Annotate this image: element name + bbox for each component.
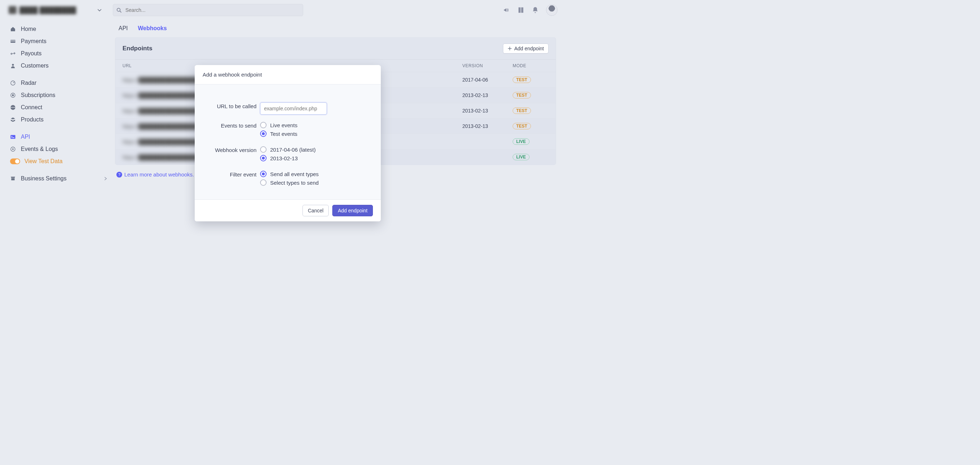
radio-version-other[interactable]: 2013-02-13 (260, 155, 373, 161)
sidebar-item-label: Products (21, 116, 43, 123)
radio-filter-select[interactable]: Select types to send (260, 179, 373, 186)
account-switcher[interactable]: ████ ████████ (6, 5, 95, 16)
radio-icon (260, 171, 267, 177)
radio-filter-all[interactable]: Send all event types (260, 171, 373, 177)
mode-pill: TEST (512, 76, 531, 83)
sidebar-item-label: Radar (21, 80, 37, 86)
radio-icon (260, 146, 267, 153)
url-label: URL to be called (203, 102, 260, 115)
events-icon (10, 146, 16, 152)
sidebar-item-label: API (21, 134, 30, 140)
panel-header: Endpoints Add endpoint (115, 38, 556, 59)
radio-version-latest[interactable]: 2017-04-06 (latest) (260, 146, 373, 153)
radio-live-events[interactable]: Live events (260, 122, 373, 128)
avatar[interactable] (546, 4, 558, 16)
sidebar-item-label: Payments (21, 38, 46, 45)
sidebar-item-label: Connect (21, 104, 42, 111)
account-logo (9, 6, 16, 14)
filter-label: Filter event (203, 171, 260, 188)
row-version: 2013-02-13 (462, 108, 512, 113)
mode-pill: TEST (512, 107, 531, 114)
home-icon (10, 26, 16, 32)
sidebar-item-view-test-data[interactable]: View Test Data (4, 155, 111, 167)
sidebar-item-label: Home (21, 26, 36, 32)
mode-pill: LIVE (512, 139, 530, 145)
sidebar-item-events[interactable]: Events & Logs (4, 143, 111, 155)
sidebar-item-label: View Test Data (24, 158, 62, 165)
subscriptions-icon (10, 92, 16, 98)
customers-icon (10, 63, 16, 68)
add-endpoint-button[interactable]: Add endpoint (503, 43, 549, 54)
top-bar: ████ ████████ (0, 0, 563, 20)
sidebar-item-connect[interactable]: Connect (4, 101, 111, 113)
sidebar-item-business-settings[interactable]: Business Settings (4, 172, 111, 185)
sidebar-item-payouts[interactable]: Payouts (4, 48, 111, 60)
store-icon (10, 176, 16, 182)
sidebar-item-home[interactable]: Home (4, 23, 111, 35)
docs-icon[interactable] (517, 6, 525, 14)
sidebar-item-products[interactable]: Products (4, 113, 111, 126)
payouts-icon (10, 51, 16, 56)
sidebar-item-label: Payouts (21, 50, 42, 57)
sidebar-item-radar[interactable]: Radar (4, 77, 111, 89)
help-icon: ? (116, 172, 122, 178)
radio-icon (260, 131, 267, 137)
radio-icon (260, 122, 267, 128)
connect-icon (10, 105, 16, 110)
bell-icon[interactable] (532, 6, 539, 14)
learn-more-label: Learn more about webhooks. (124, 171, 194, 178)
chevron-down-icon[interactable] (97, 8, 102, 13)
svg-point-7 (12, 94, 14, 96)
account-name-blurred: ████ ████████ (19, 6, 76, 14)
mode-pill: TEST (512, 123, 531, 129)
sidebar-item-label: Events & Logs (21, 146, 58, 152)
sidebar: Home Payments Payouts Customers Radar Su… (0, 20, 111, 185)
col-mode: MODE (512, 63, 549, 68)
panel-title: Endpoints (123, 45, 152, 52)
sidebar-item-label: Subscriptions (21, 92, 55, 99)
modal-footer: Cancel Add endpoint (195, 199, 381, 221)
svg-line-1 (120, 11, 121, 13)
search-input[interactable] (113, 4, 303, 16)
sidebar-item-customers[interactable]: Customers (4, 60, 111, 72)
cancel-button[interactable]: Cancel (302, 205, 329, 217)
radio-label: 2017-04-06 (latest) (270, 147, 316, 153)
sidebar-item-payments[interactable]: Payments (4, 35, 111, 48)
col-version: VERSION (462, 63, 512, 68)
search-icon (116, 8, 121, 13)
sidebar-item-label: Customers (21, 62, 48, 69)
mode-pill: LIVE (512, 154, 530, 160)
svg-rect-9 (10, 135, 15, 139)
search-box (113, 4, 303, 16)
svg-rect-3 (10, 41, 15, 41)
submit-add-endpoint-button[interactable]: Add endpoint (332, 205, 373, 217)
sidebar-item-api[interactable]: API (4, 131, 111, 143)
plus-icon (508, 46, 512, 51)
chevron-right-icon (103, 177, 108, 181)
radio-label: Test events (270, 131, 298, 137)
topbar-right (503, 4, 558, 16)
tab-webhooks[interactable]: Webhooks (138, 25, 167, 32)
tab-api[interactable]: API (119, 25, 128, 32)
row-version: 2013-02-13 (462, 92, 512, 98)
add-webhook-modal: Add a webhook endpoint URL to be called … (195, 65, 381, 221)
add-endpoint-label: Add endpoint (514, 46, 544, 51)
announce-icon[interactable] (503, 6, 510, 14)
radar-icon (10, 80, 16, 86)
terminal-icon (10, 134, 16, 140)
radio-label: Select types to send (270, 180, 319, 186)
products-icon (10, 117, 16, 123)
sidebar-item-subscriptions[interactable]: Subscriptions (4, 89, 111, 101)
events-label: Events to send (203, 122, 260, 139)
url-input[interactable] (260, 102, 327, 115)
radio-test-events[interactable]: Test events (260, 131, 373, 137)
test-data-toggle[interactable] (10, 158, 20, 164)
version-label: Webhook version (203, 146, 260, 164)
radio-icon (260, 179, 267, 186)
sidebar-item-label: Business Settings (21, 175, 67, 182)
modal-title: Add a webhook endpoint (195, 65, 381, 84)
svg-point-11 (13, 149, 14, 150)
modal-body: URL to be called Events to send Live eve… (195, 84, 381, 199)
radio-label: Send all event types (270, 171, 319, 177)
radio-icon (260, 155, 267, 161)
